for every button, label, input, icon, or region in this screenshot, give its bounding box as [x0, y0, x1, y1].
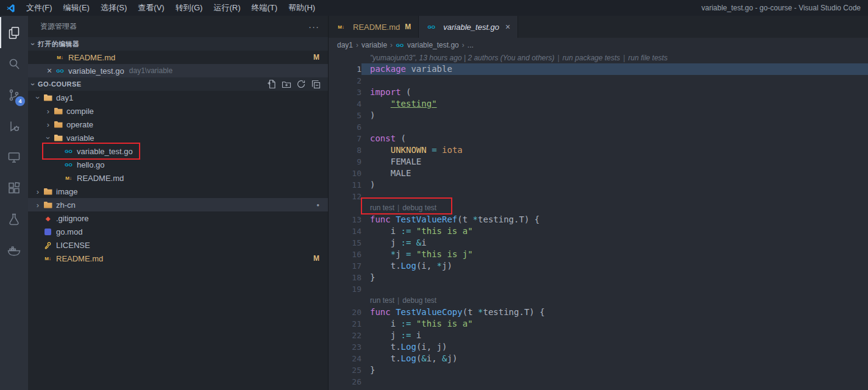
code-line-10[interactable]: 10 MALE: [329, 168, 868, 179]
code-line-22[interactable]: 22 j := i: [329, 330, 868, 341]
new-file-icon[interactable]: [267, 79, 277, 89]
code-line-7[interactable]: 7const (: [329, 133, 868, 144]
open-editor-item-readme[interactable]: README.md M: [28, 51, 328, 64]
run-package-tests-link[interactable]: run package tests: [563, 54, 621, 62]
open-editor-label: variable_test.go: [68, 66, 124, 76]
blame-text: "yumaojun03", 13 hours ago | 2 authors (…: [370, 54, 555, 62]
code-line-8[interactable]: 8 UNKNOWN = iota: [329, 144, 868, 156]
run-debug-icon[interactable]: [0, 110, 28, 141]
tree-item-zh-cn[interactable]: zh-cn●: [28, 198, 328, 211]
code-line-5[interactable]: 5): [329, 110, 868, 121]
tree-item-label: README.md: [77, 174, 124, 183]
line-number: 23: [329, 341, 361, 353]
open-editor-item-variable-test-go[interactable]: × variable_test.go day1\variable: [28, 64, 328, 77]
open-editors-header[interactable]: 打开的编辑器: [28, 37, 328, 51]
code-line-19[interactable]: 19: [329, 283, 868, 295]
code-line-16[interactable]: 16 *j = "this is j": [329, 249, 868, 260]
code-line-4[interactable]: 4 "testing": [329, 98, 868, 110]
tree-item-label: compile: [66, 107, 94, 116]
separator: |: [397, 296, 399, 305]
tree-item-readme.md[interactable]: README.md: [28, 171, 328, 185]
menu-item-6[interactable]: 终端(T): [246, 0, 283, 16]
chevron-right-icon: [33, 186, 43, 196]
menu-item-4[interactable]: 转到(G): [170, 0, 208, 16]
testing-flask-icon[interactable]: [0, 204, 28, 235]
menu-item-3[interactable]: 查看(V): [132, 0, 169, 16]
line-number: 10: [329, 168, 361, 179]
menu-item-0[interactable]: 文件(F): [21, 0, 58, 16]
more-actions-icon[interactable]: ···: [308, 21, 319, 32]
open-editor-path: day1\variable: [129, 66, 173, 75]
close-editor-icon[interactable]: ×: [44, 66, 55, 76]
line-content: ): [361, 179, 868, 191]
search-icon[interactable]: [0, 48, 28, 79]
docker-icon[interactable]: [0, 235, 28, 266]
menu-item-5[interactable]: 运行(R): [208, 0, 246, 16]
codelens-debug-test[interactable]: debug test: [402, 296, 436, 305]
code-line-24[interactable]: 24 t.Log(&i, &j): [329, 353, 868, 364]
code-line-6[interactable]: 6: [329, 121, 868, 133]
code-line-2[interactable]: 2: [329, 75, 868, 87]
open-editor-label: README.md: [68, 53, 115, 62]
breadcrumb-item-file[interactable]: variable_test.go: [407, 41, 459, 49]
code-area[interactable]: "yumaojun03", 13 hours ago | 2 authors (…: [329, 52, 868, 390]
breadcrumb-item-variable[interactable]: variable: [361, 41, 387, 49]
tab-readme-md[interactable]: README.md M: [329, 16, 419, 38]
code-line-15[interactable]: 15 j := &i: [329, 237, 868, 249]
line-number: 20: [329, 307, 361, 318]
separator: |: [623, 54, 625, 62]
tab-variable-test-go[interactable]: variable_test.go ×: [419, 16, 518, 38]
chevron-down-icon: [43, 133, 53, 143]
code-line-12[interactable]: 12: [329, 191, 868, 202]
run-file-tests-link[interactable]: run file tests: [628, 54, 667, 62]
breadcrumb-item-more[interactable]: ...: [468, 41, 474, 49]
tree-item-variable-test.go[interactable]: variable_test.go: [28, 144, 328, 158]
line-content: "testing": [361, 98, 868, 110]
tree-item-.gitignore[interactable]: .gitignore: [28, 211, 328, 225]
close-tab-icon[interactable]: ×: [505, 22, 510, 32]
breadcrumb-item-day1[interactable]: day1: [337, 41, 353, 49]
codelens-run-test[interactable]: run test: [370, 204, 394, 212]
tree-item-variable[interactable]: variable: [28, 131, 328, 144]
code-line-25[interactable]: 25}: [329, 364, 868, 376]
tree-item-image[interactable]: image: [28, 185, 328, 198]
tree-item-license[interactable]: LICENSE: [28, 238, 328, 252]
line-content: [361, 75, 868, 87]
tree-item-go.mod[interactable]: go.mod: [28, 225, 328, 238]
code-line-17[interactable]: 17 t.Log(i, *j): [329, 260, 868, 272]
extensions-icon[interactable]: [0, 172, 28, 204]
menu-item-7[interactable]: 帮助(H): [283, 0, 321, 16]
folder-icon: [43, 93, 53, 102]
code-line-14[interactable]: 14 i := "this is a": [329, 225, 868, 237]
codelens-run-test[interactable]: run test: [370, 296, 394, 305]
code-line-26[interactable]: 26: [329, 376, 868, 388]
new-folder-icon[interactable]: [282, 79, 291, 89]
codelens-debug-test[interactable]: debug test: [402, 204, 436, 212]
tree-item-readme.md[interactable]: README.mdM: [28, 252, 328, 265]
source-control-icon[interactable]: 4: [0, 79, 28, 110]
code-line-3[interactable]: 3import (: [329, 87, 868, 98]
explorer-icon[interactable]: [0, 17, 28, 48]
code-line-9[interactable]: 9 FEMALE: [329, 156, 868, 168]
collapse-all-icon[interactable]: [311, 79, 321, 89]
workspace-header[interactable]: GO-COURSE: [28, 77, 328, 91]
tree-item-day1[interactable]: day1: [28, 91, 328, 104]
code-line-13[interactable]: 13func TestValueRef(t *testing.T) {: [329, 214, 868, 225]
explorer-sidebar: 资源管理器 ··· 打开的编辑器 README.md M × variable_…: [28, 16, 328, 390]
remote-explorer-icon[interactable]: [0, 141, 28, 172]
separator: |: [397, 204, 399, 212]
tab-label: variable_test.go: [443, 23, 499, 32]
code-line-18[interactable]: 18}: [329, 272, 868, 283]
code-line-21[interactable]: 21 i := "this is a": [329, 318, 868, 330]
tree-item-compile[interactable]: compile: [28, 104, 328, 118]
refresh-icon[interactable]: [296, 79, 306, 89]
code-line-20[interactable]: 20func TestValueCopy(t *testing.T) {: [329, 307, 868, 318]
tree-item-operate[interactable]: operate: [28, 118, 328, 131]
code-line-23[interactable]: 23 t.Log(i, j): [329, 341, 868, 353]
menu-item-2[interactable]: 选择(S): [95, 0, 132, 16]
code-line-1[interactable]: 1package variable: [329, 63, 868, 75]
code-line-11[interactable]: 11): [329, 179, 868, 191]
tree-item-hello.go[interactable]: hello.go: [28, 158, 328, 171]
menu-item-1[interactable]: 编辑(E): [58, 0, 95, 16]
line-content: t.Log(i, j): [361, 341, 868, 353]
